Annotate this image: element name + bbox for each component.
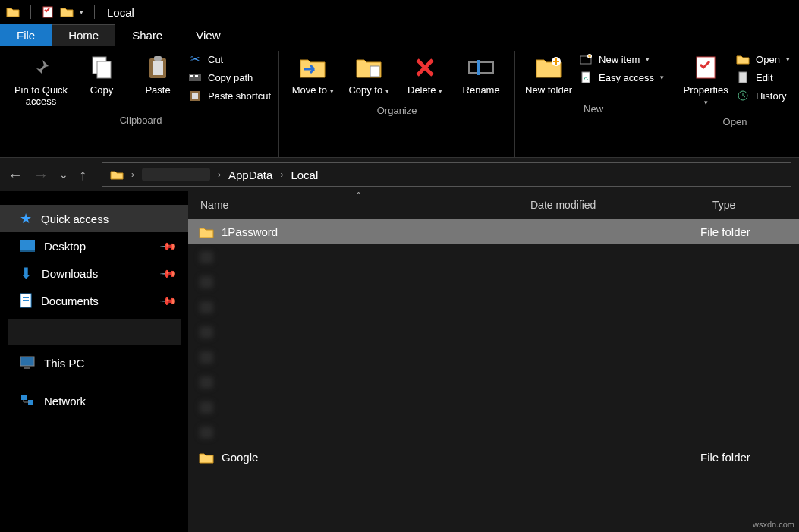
history-button[interactable]: History	[736, 89, 790, 102]
watermark-text: wsxdn.com	[753, 520, 794, 529]
address-folder-icon	[110, 169, 124, 180]
file-row[interactable]	[188, 244, 799, 269]
file-row[interactable]	[188, 320, 799, 345]
paste-shortcut-icon	[188, 89, 202, 102]
copy-to-button[interactable]: Copy to ▾	[343, 51, 395, 100]
sidebar-item-network[interactable]: Network	[0, 387, 188, 414]
title-bar: ▾ Local	[0, 0, 799, 24]
nav-bar: ← → ⌄ ↑ › › AppData › Local	[0, 158, 799, 191]
nav-back-button[interactable]: ←	[8, 166, 23, 184]
folder-icon	[197, 452, 215, 464]
svg-rect-25	[23, 300, 29, 301]
tab-share[interactable]: Share	[115, 24, 179, 46]
sidebar-item-redacted[interactable]	[8, 319, 181, 345]
copy-path-button[interactable]: Copy path	[188, 71, 271, 84]
rename-button[interactable]: Rename	[455, 51, 507, 99]
copy-button[interactable]: Copy	[76, 51, 127, 99]
svg-rect-24	[23, 297, 29, 298]
file-row[interactable]	[188, 269, 799, 294]
tab-home[interactable]: Home	[52, 24, 115, 46]
desktop-icon	[20, 240, 35, 252]
address-bar[interactable]: › › AppData › Local	[102, 162, 791, 187]
move-to-icon	[299, 54, 326, 81]
downloads-icon: ⬇	[20, 264, 33, 282]
svg-rect-27	[24, 367, 30, 369]
svg-rect-19	[739, 72, 747, 83]
edit-button[interactable]: Edit	[736, 71, 790, 84]
tab-view[interactable]: View	[179, 24, 237, 46]
file-name: Google	[222, 451, 518, 464]
svg-rect-10	[192, 93, 198, 99]
sidebar-item-quick-access[interactable]: ★ Quick access	[0, 205, 188, 232]
svg-rect-5	[154, 56, 162, 61]
file-row[interactable]: GoogleFile folder	[188, 445, 799, 470]
file-type: File folder	[700, 451, 799, 464]
column-date-modified[interactable]: Date modified	[530, 199, 712, 211]
new-folder-icon	[535, 54, 562, 81]
paste-shortcut-button[interactable]: Paste shortcut	[188, 89, 271, 102]
svg-rect-11	[370, 66, 379, 77]
nav-up-button[interactable]: ↑	[79, 166, 87, 184]
folder-icon	[197, 427, 215, 439]
paste-button[interactable]: Paste	[132, 51, 184, 99]
chevron-right-icon[interactable]: ›	[280, 169, 283, 180]
window-title: Local	[107, 6, 134, 19]
svg-rect-7	[190, 75, 193, 77]
tab-file[interactable]: File	[0, 24, 52, 46]
chevron-right-icon[interactable]: ›	[218, 169, 221, 180]
cut-button[interactable]: ✂ Cut	[188, 52, 271, 66]
svg-rect-0	[43, 7, 52, 17]
column-name[interactable]: Name	[188, 199, 530, 211]
breadcrumb-local[interactable]: Local	[291, 168, 318, 181]
easy-access-icon	[579, 71, 593, 84]
pin-icon[interactable]: 📌	[159, 291, 177, 309]
chevron-right-icon[interactable]: ›	[131, 169, 134, 180]
move-to-button[interactable]: Move to ▾	[287, 51, 338, 100]
copy-to-icon	[355, 54, 382, 81]
qat-dropdown-icon[interactable]: ▾	[80, 8, 83, 16]
pin-icon[interactable]: 📌	[159, 264, 177, 282]
sidebar-item-downloads[interactable]: ⬇ Downloads 📌	[0, 260, 188, 287]
sidebar-item-desktop[interactable]: Desktop 📌	[0, 232, 188, 260]
file-row[interactable]	[188, 420, 799, 445]
breadcrumb-user-redacted[interactable]	[142, 168, 210, 181]
svg-rect-22	[20, 250, 35, 252]
file-row[interactable]	[188, 370, 799, 395]
svg-rect-8	[195, 75, 198, 77]
svg-rect-26	[20, 357, 34, 366]
pin-icon[interactable]: 📌	[159, 237, 177, 254]
sidebar-item-documents[interactable]: Documents 📌	[0, 287, 188, 314]
qat-properties-icon[interactable]	[42, 6, 54, 18]
file-row[interactable]: 1PasswordFile folder	[188, 219, 799, 244]
folder-icon	[197, 401, 215, 414]
network-icon	[20, 394, 35, 408]
file-row[interactable]	[188, 345, 799, 370]
new-folder-button[interactable]: New folder	[523, 51, 574, 99]
folder-icon	[197, 351, 215, 364]
column-type[interactable]: Type	[712, 199, 799, 211]
file-type: File folder	[700, 225, 799, 238]
properties-icon	[692, 54, 719, 81]
new-item-button[interactable]: New item ▾	[579, 52, 664, 66]
properties-button[interactable]: Properties ▾	[680, 51, 731, 112]
svg-rect-28	[21, 395, 27, 400]
breadcrumb-appdata[interactable]: AppData	[228, 168, 272, 181]
sidebar-item-this-pc[interactable]: This PC	[0, 349, 188, 376]
file-row[interactable]	[188, 294, 799, 320]
folder-icon	[197, 251, 215, 263]
paste-icon	[144, 54, 171, 81]
ribbon: Pin to Quick access Copy Paste ✂ Cut	[0, 46, 799, 158]
file-row[interactable]	[188, 395, 799, 420]
nav-forward-button[interactable]: →	[33, 166, 49, 184]
pin-quick-access-button[interactable]: Pin to Quick access	[11, 51, 71, 110]
nav-recent-dropdown[interactable]: ⌄	[59, 168, 68, 181]
chevron-down-icon: ▾	[660, 74, 664, 81]
qat-new-folder-icon[interactable]	[60, 6, 74, 18]
svg-rect-17	[582, 72, 590, 83]
open-button[interactable]: Open ▾	[736, 52, 790, 66]
edit-icon	[736, 71, 750, 84]
delete-button[interactable]: Delete ▾	[399, 51, 451, 100]
easy-access-button[interactable]: Easy access ▾	[579, 71, 664, 84]
documents-icon	[20, 293, 32, 308]
folder-icon	[197, 376, 215, 389]
